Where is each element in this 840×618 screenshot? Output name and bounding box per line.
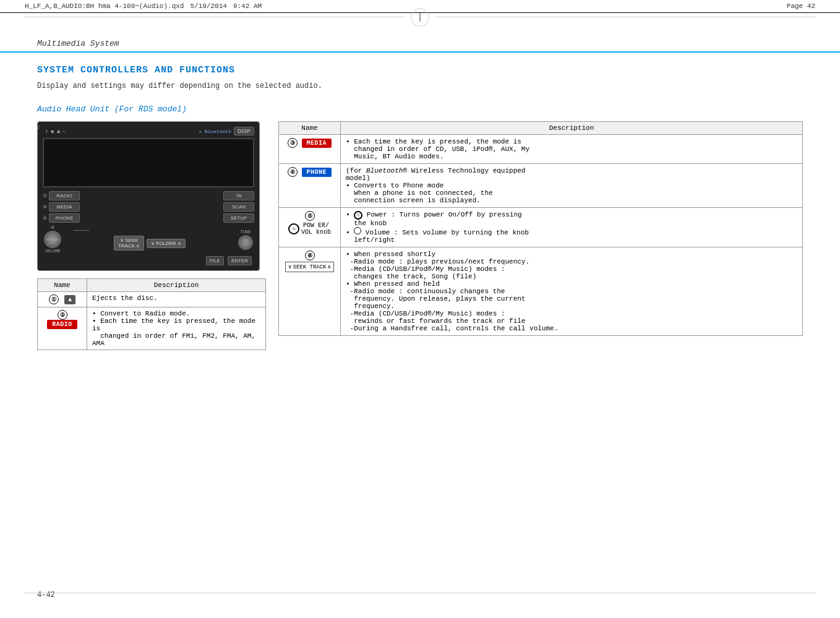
header-filename: H_LF_A,B_AUDIO:BH hma 4-109~(Audio).qxd — [25, 2, 184, 10]
radio-badge: RADIO — [47, 320, 77, 329]
setup-button[interactable]: SETUP — [223, 213, 254, 223]
row4-name: ④ PHONE — [279, 164, 341, 208]
phone-badge: PHONE — [302, 168, 332, 177]
power-circle-icon: ○ — [288, 223, 299, 234]
right-table: Name Description ③ MEDIA • Each time the… — [278, 121, 803, 336]
scan-button[interactable]: SCAN — [223, 202, 254, 212]
seek-label: SEEK TRACK — [293, 264, 326, 270]
num-circle-4: ④ — [288, 167, 298, 177]
media-button[interactable]: MEDIA — [49, 202, 80, 212]
row3-desc: • Each time the key is pressed, the mode… — [341, 135, 803, 164]
header-time: 9:42 AM — [233, 2, 262, 10]
header-date: 5/19/2014 — [190, 2, 226, 10]
row2-name: ② RADIO — [38, 307, 87, 350]
seek-prev-button[interactable]: ∨ SEEKTRACK ∧ — [114, 236, 144, 251]
audio-section-title: Audio Head Unit (For RDS model) — [37, 105, 803, 114]
num-circle-2: ② — [58, 310, 67, 320]
header-page: Page 42 — [787, 2, 815, 10]
num-circle-1: ① — [49, 294, 59, 304]
media-badge: MEDIA — [302, 139, 332, 148]
table-row: ⑥ ∨ SEEK TRACK ∧ — [279, 247, 803, 336]
num-circle-3: ③ — [288, 138, 298, 148]
right-column: Name Description ③ MEDIA • Each time the… — [278, 121, 803, 336]
row5-desc: • ○ Power : Turns power On/Off by pressi… — [341, 208, 803, 247]
disp-button[interactable]: DISP — [234, 127, 254, 135]
ta-button[interactable]: TA — [223, 191, 254, 200]
folder-button[interactable]: ∨ FOLDER ∧ — [147, 239, 186, 248]
phone-button[interactable]: PHONE — [49, 213, 80, 223]
hu-screen — [43, 138, 254, 187]
table-row: ③ MEDIA • Each time the key is pressed, … — [279, 135, 803, 164]
page-title: SYSTEM CONTROLLERS AND FUNCTIONS — [37, 65, 803, 75]
row3-name: ③ MEDIA — [279, 135, 341, 164]
vol-icon — [354, 227, 361, 234]
tune-knob[interactable] — [238, 235, 253, 250]
row6-name: ⑥ ∨ SEEK TRACK ∧ — [279, 247, 341, 336]
volume-knob[interactable]: POWER — [44, 231, 61, 248]
lower-table: Name Description ① ▲ Ejects the disc. — [37, 278, 266, 350]
section-header-text: Multimedia System — [37, 39, 119, 48]
subtitle: Display and settings may differ dependin… — [37, 80, 803, 92]
row4-desc: (for Bluetooth® Wireless Technology equi… — [341, 164, 803, 208]
right-table-col-name: Name — [279, 122, 341, 135]
row2-desc: • Convert to Radio mode. • Each time the… — [87, 307, 266, 350]
power-icon: ○ — [354, 211, 362, 220]
num-circle-5: ⑤ — [305, 211, 315, 221]
table-row: ④ PHONE (for Bluetooth® Wireless Technol… — [279, 164, 803, 208]
row1-desc: Ejects the disc. — [87, 292, 266, 307]
right-table-col-desc: Description — [341, 122, 803, 135]
table-row: ② RADIO • Convert to Radio mode. • Each … — [38, 307, 266, 350]
head-unit-diagram: ① ⬆ ■ ⏏ ─ ✦ Bluetooth DISP — [37, 121, 260, 271]
page-footer: 4-42 — [0, 585, 92, 606]
tune-label-hu: TUNE — [241, 230, 251, 234]
hu-left-buttons: ② RADIO ③ MEDIA ④ PHONE — [43, 191, 80, 223]
table-row: ⑤ ○ POW ER/VOL knob • ○ Power : Turns po… — [279, 208, 803, 247]
enter-button[interactable]: ENTER — [228, 256, 252, 265]
power-label-hu: POWER — [47, 238, 58, 242]
volume-label-hu: VOLUME — [45, 249, 60, 254]
phone-btn-row: ④ PHONE — [43, 213, 80, 223]
media-btn-row: ③ MEDIA — [43, 202, 80, 212]
lower-table-col-name: Name — [38, 279, 87, 292]
radio-btn-row: ② RADIO — [43, 191, 80, 200]
file-button[interactable]: FILE — [206, 256, 224, 265]
num-circle-6: ⑥ — [305, 251, 315, 260]
section-header: Multimedia System — [0, 33, 840, 53]
bottom-line — [25, 593, 815, 593]
eject-badge: ▲ — [64, 295, 75, 304]
row6-desc: • When pressed shortly -Radio mode : pla… — [341, 247, 803, 336]
left-column: ① ⬆ ■ ⏏ ─ ✦ Bluetooth DISP — [37, 121, 266, 350]
row5-name: ⑤ ○ POW ER/VOL knob — [279, 208, 341, 247]
hu-right-buttons: TA SCAN SETUP — [223, 191, 254, 223]
bluetooth-label: Bluetooth — [205, 129, 231, 134]
lower-table-col-desc: Description — [87, 279, 266, 292]
page-content: SYSTEM CONTROLLERS AND FUNCTIONS Display… — [0, 53, 840, 363]
two-col-layout: ① ⬆ ■ ⏏ ─ ✦ Bluetooth DISP — [37, 121, 803, 350]
table-row: ① ▲ Ejects the disc. — [38, 292, 266, 307]
seek-track-badge: ∨ SEEK TRACK ∧ — [285, 262, 334, 272]
radio-button[interactable]: RADIO — [49, 191, 80, 200]
row1-name: ① ▲ — [38, 292, 87, 307]
